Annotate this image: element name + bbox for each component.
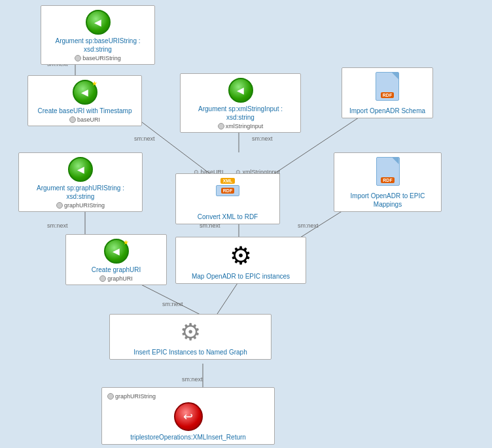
edge-label-4: sm:next xyxy=(47,222,68,229)
map-openADR-icon: ⚙ xyxy=(226,241,255,270)
convert-xml-rdf-icon: XML RDF xyxy=(214,178,241,211)
edge-label-8: sm:next xyxy=(182,376,203,383)
node-triplestore[interactable]: graphURIString triplestoreOperations:XML… xyxy=(101,387,275,445)
arg-base-uri-icon xyxy=(86,10,111,35)
create-base-uri-icon xyxy=(73,80,97,105)
create-base-uri-title: Create baseURI with Timestamp xyxy=(38,107,132,115)
node-arg-xml-string[interactable]: Argument sp:xmlStringInput : xsd:string … xyxy=(180,73,301,133)
arg-xml-string-icon xyxy=(228,78,253,103)
map-openADR-title: Map OpenADR to EPIC instances xyxy=(192,272,290,281)
edge-label-6: sm:next xyxy=(298,222,319,229)
arg-graph-uri-title: Argument sp:graphURIString : xsd:string xyxy=(24,184,137,201)
node-convert-xml-rdf[interactable]: XML RDF Convert XML to RDF xyxy=(175,173,280,224)
edge-label-3: sm:next xyxy=(252,135,273,142)
import-openADR-mappings-title: Import OpenADR to EPIC Mappings xyxy=(340,192,436,209)
arg-base-uri-footer: baseURIString xyxy=(75,55,121,61)
node-import-openADR-mappings[interactable]: RDF Import OpenADR to EPIC Mappings xyxy=(334,152,442,212)
create-graph-uri-title: Create graphURI xyxy=(92,266,141,274)
arg-base-uri-title: Argument sp:baseURIString : xsd:string xyxy=(46,37,149,54)
arg-graph-uri-footer: graphURIString xyxy=(56,202,105,209)
insert-epic-title: Insert EPIC Instances to Named Graph xyxy=(133,348,247,356)
node-create-base-uri[interactable]: Create baseURI with Timestamp baseURI xyxy=(27,75,142,126)
edge-label-7: sm:next xyxy=(162,301,183,307)
insert-epic-icon: ⚙ xyxy=(177,319,204,346)
svg-line-8 xyxy=(216,281,239,316)
import-openADR-schema-icon: RDF xyxy=(374,72,401,105)
node-insert-epic[interactable]: ⚙ Insert EPIC Instances to Named Graph xyxy=(109,314,272,360)
node-import-openADR-schema[interactable]: RDF Import OpenADR Schema xyxy=(342,67,433,118)
triplestore-title: triplestoreOperations:XMLInsert_Return xyxy=(130,433,246,441)
triplestore-icon xyxy=(174,402,203,431)
create-graph-uri-icon xyxy=(104,239,129,264)
arg-xml-string-title: Argument sp:xmlStringInput : xsd:string xyxy=(186,105,295,122)
import-openADR-schema-title: Import OpenADR Schema xyxy=(349,107,425,115)
edge-label-2: sm:next xyxy=(134,135,155,142)
node-arg-graph-uri[interactable]: Argument sp:graphURIString : xsd:string … xyxy=(18,152,143,212)
workflow-canvas: sm:next sm:next sm:next sm:next sm:next … xyxy=(0,0,492,448)
node-create-graph-uri[interactable]: Create graphURI graphURI xyxy=(65,234,167,285)
arg-graph-uri-icon xyxy=(68,157,93,182)
create-graph-uri-footer: graphURI xyxy=(99,275,133,282)
convert-xml-rdf-title: Convert XML to RDF xyxy=(198,213,258,221)
create-base-uri-footer: baseURI xyxy=(69,116,100,123)
import-openADR-mappings-icon: RDF xyxy=(374,157,402,190)
triplestore-footer-top: graphURIString xyxy=(107,393,156,400)
node-arg-base-uri[interactable]: Argument sp:baseURIString : xsd:string b… xyxy=(41,5,155,65)
node-map-openADR[interactable]: ⚙ Map OpenADR to EPIC instances xyxy=(175,237,306,284)
arg-xml-string-footer: xmlStringInput xyxy=(218,123,264,129)
